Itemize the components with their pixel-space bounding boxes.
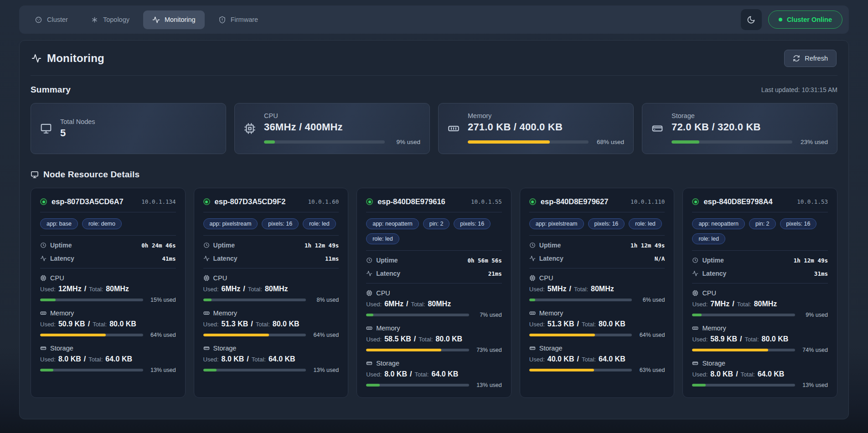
node-status-dot bbox=[529, 198, 536, 205]
percent-used-label: 9% used bbox=[801, 312, 828, 318]
metric-progress: 8% used bbox=[203, 297, 339, 303]
progress-fill bbox=[529, 369, 594, 371]
storage-icon bbox=[529, 345, 536, 351]
metric-usage-line: Used: 5MHz / Total: 80MHz bbox=[529, 285, 665, 293]
progress-fill bbox=[264, 140, 275, 144]
node-tag: role: led bbox=[629, 218, 661, 229]
summary-heading: Summary bbox=[31, 85, 71, 95]
metric-progress: 13% used bbox=[203, 367, 339, 373]
percent-used-label: 73% used bbox=[475, 347, 502, 353]
node-metric: Memory Used: 51.3 KB / Total: 80.0 KB 64… bbox=[529, 309, 665, 338]
metric-usage-line: Used: 51.3 KB / Total: 80.0 KB bbox=[203, 320, 339, 328]
metric-used-value: 6MHz bbox=[222, 285, 241, 293]
percent-used-label: 6% used bbox=[637, 297, 665, 303]
node-name: esp-807D3A5CD6A7 bbox=[52, 197, 124, 206]
info-row-label: Uptime bbox=[213, 242, 235, 249]
info-row-label: Latency bbox=[539, 255, 563, 262]
node-name: esp-840D8E979627 bbox=[541, 197, 609, 206]
summary-card-label: Memory bbox=[468, 112, 624, 119]
nav-tab-monitoring[interactable]: Monitoring bbox=[143, 10, 205, 29]
divider bbox=[203, 212, 339, 212]
node-info-rows: Uptime 1h 12m 49s Latency 11ms bbox=[203, 242, 339, 262]
metric-name: CPU bbox=[213, 274, 227, 282]
metric-usage-line: Used: 50.9 KB / Total: 80.0 KB bbox=[40, 320, 176, 328]
node-info-row: Latency 31ms bbox=[692, 270, 828, 277]
refresh-icon bbox=[793, 55, 800, 62]
progress-track bbox=[366, 314, 469, 316]
metric-name: Storage bbox=[50, 345, 73, 352]
divider bbox=[203, 268, 339, 268]
info-row-label: Latency bbox=[213, 255, 238, 262]
storage-icon bbox=[40, 345, 46, 351]
summary-progress: 9% used bbox=[264, 139, 420, 145]
node-tag: pin: 2 bbox=[423, 218, 450, 229]
node-status-dot bbox=[203, 198, 210, 205]
node-info-row: Uptime 0h 24m 46s bbox=[40, 242, 176, 249]
refresh-button[interactable]: Refresh bbox=[784, 50, 837, 67]
shield-icon bbox=[218, 16, 226, 24]
nav-tab-firmware[interactable]: Firmware bbox=[209, 10, 267, 29]
progress-track bbox=[203, 299, 306, 301]
theme-toggle-button[interactable] bbox=[741, 9, 762, 30]
node-details-section: Node Resource Details esp-807D3A5CD6A7 1… bbox=[31, 170, 837, 398]
node-tag: pixels: 16 bbox=[780, 218, 817, 229]
metric-name: Memory bbox=[539, 309, 563, 317]
node-metric: CPU Used: 6MHz / Total: 80MHz 8% used bbox=[203, 274, 339, 303]
progress-fill bbox=[672, 140, 699, 144]
cluster-status-label: Cluster Online bbox=[787, 16, 832, 23]
summary-card-cpu: CPU 36MHz / 400MHz 9% used bbox=[234, 103, 430, 154]
cpu-icon bbox=[529, 275, 536, 281]
node-metric: Storage Used: 8.0 KB / Total: 64.0 KB 13… bbox=[692, 360, 828, 388]
summary-card-value: 36MHz / 400MHz bbox=[264, 121, 420, 133]
node-ip: 10.0.1.110 bbox=[630, 198, 665, 205]
node-card: esp-840D8E979616 10.0.1.55 app: neopatte… bbox=[356, 188, 512, 398]
node-status-dot bbox=[692, 198, 699, 205]
node-info-rows: Uptime 0h 24m 46s Latency 41ms bbox=[40, 242, 176, 262]
progress-track bbox=[529, 334, 632, 336]
refresh-button-label: Refresh bbox=[805, 55, 828, 62]
metric-name: Memory bbox=[50, 309, 74, 317]
node-tag: app: base bbox=[40, 218, 78, 229]
metric-used-value: 5MHz bbox=[548, 285, 567, 293]
nav-tab-cluster[interactable]: Cluster bbox=[26, 10, 77, 29]
moon-icon bbox=[747, 15, 755, 24]
progress-track bbox=[366, 349, 469, 351]
divider bbox=[203, 235, 339, 236]
node-metric: Memory Used: 58.5 KB / Total: 80.0 KB 73… bbox=[366, 325, 502, 353]
node-status-dot bbox=[366, 198, 373, 205]
clock-icon bbox=[40, 242, 46, 248]
progress-fill bbox=[366, 384, 379, 387]
metric-progress: 73% used bbox=[366, 347, 502, 353]
nav-tab-topology[interactable]: Topology bbox=[82, 10, 139, 29]
metric-progress: 63% used bbox=[529, 367, 665, 373]
metric-total-value: 80MHz bbox=[106, 285, 129, 293]
summary-card-value: 72.0 KB / 320.0 KB bbox=[672, 121, 828, 133]
metric-progress: 13% used bbox=[366, 382, 502, 388]
metric-usage-line: Used: 6MHz / Total: 80MHz bbox=[366, 300, 502, 308]
progress-track bbox=[40, 369, 143, 371]
percent-used-label: 23% used bbox=[798, 139, 828, 145]
divider bbox=[366, 212, 502, 212]
progress-track bbox=[468, 140, 589, 144]
metric-progress: 15% used bbox=[40, 297, 176, 303]
metric-used-value: 6MHz bbox=[384, 300, 403, 308]
metric-used-value: 8.0 KB bbox=[710, 370, 733, 378]
node-metric: Memory Used: 51.3 KB / Total: 80.0 KB 64… bbox=[203, 309, 339, 338]
info-row-label: Latency bbox=[50, 255, 74, 262]
divider bbox=[692, 250, 828, 251]
progress-fill bbox=[40, 299, 56, 301]
metric-name: Storage bbox=[702, 360, 725, 367]
metric-used-value: 51.3 KB bbox=[548, 320, 574, 328]
divider bbox=[692, 212, 828, 212]
metric-progress: 64% used bbox=[203, 332, 339, 338]
node-metric: Memory Used: 58.9 KB / Total: 80.0 KB 74… bbox=[692, 325, 828, 353]
storage-icon bbox=[651, 123, 663, 134]
divider bbox=[366, 283, 502, 284]
divider bbox=[529, 235, 665, 236]
percent-used-label: 13% used bbox=[801, 382, 828, 388]
node-tags: app: pixelstreampixels: 16role: led bbox=[203, 218, 339, 229]
node-metrics: CPU Used: 5MHz / Total: 80MHz 6% used Me… bbox=[529, 274, 665, 373]
summary-progress: 68% used bbox=[468, 139, 624, 145]
node-tag: role: led bbox=[366, 233, 399, 244]
info-row-value: 1h 12m 49s bbox=[630, 242, 665, 249]
